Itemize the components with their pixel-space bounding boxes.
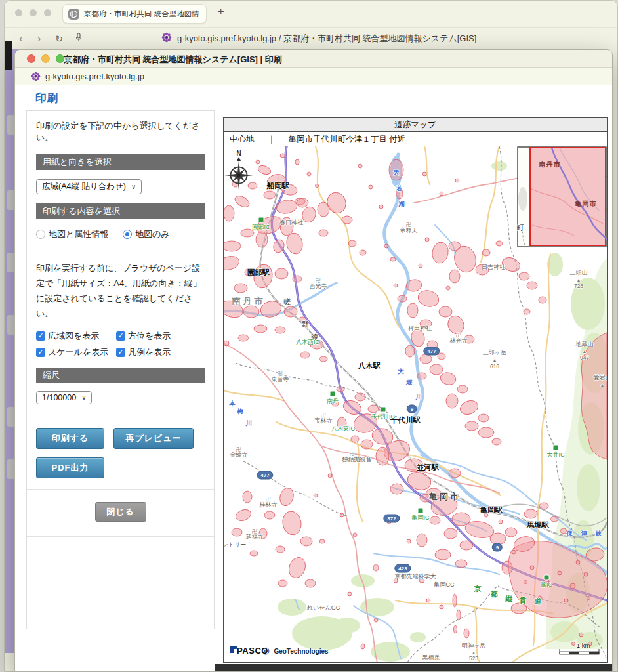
- map-label: 423: [394, 564, 411, 573]
- center-label: 中心地: [230, 132, 255, 146]
- map-label: [544, 575, 550, 581]
- map-label: 湖: [398, 200, 405, 209]
- map-label: 道: [535, 597, 542, 606]
- checkbox-legend[interactable]: 凡例を表示: [116, 346, 205, 358]
- map-label: [258, 217, 264, 223]
- map-label: 616: [490, 363, 499, 369]
- browser-tab[interactable]: 京都府・市町村共同 統合型地図情: [62, 4, 207, 24]
- map-label: GeoTechnologies: [274, 648, 328, 655]
- map-label: 372: [383, 514, 400, 523]
- site-favicon-flower-icon: [161, 32, 172, 45]
- map-label: 春日神社: [279, 219, 303, 227]
- instruction-text: 印刷の設定を下記の中から選択してください。: [36, 120, 205, 144]
- address-bar: ‹ › ↻ g-kyoto.gis.pref.kyoto.lg.jp / 京都府…: [5, 27, 617, 49]
- map-label: きとカントリー: [224, 541, 246, 549]
- map-label: 三頭山: [570, 268, 588, 277]
- map-label: 大井IC: [547, 451, 565, 459]
- map-label: 9: [492, 543, 503, 552]
- map-label: 船岡駅: [267, 181, 290, 191]
- print-button[interactable]: 印刷する: [36, 428, 104, 449]
- back-icon[interactable]: ‹: [19, 33, 23, 44]
- map-label: [330, 391, 336, 397]
- popup-window-title: 京都府・市町村共同 統合型地図情報システム[GIS] | 印刷: [64, 54, 282, 66]
- map-label: ▲: [577, 278, 581, 282]
- map-title-bar: 遺跡マップ: [224, 118, 607, 132]
- checkbox-wide-area-map[interactable]: 広域図を表示: [36, 330, 116, 342]
- globe-icon: [68, 9, 79, 20]
- map-center-bar: 中心地 ｜ 亀岡市千代川町今津１丁目 付近: [224, 132, 607, 146]
- map-label: 亀岡駅: [480, 505, 503, 515]
- close-button[interactable]: 閉じる: [95, 502, 146, 522]
- map-label: 卍: [266, 495, 271, 503]
- inactive-minimize-icon[interactable]: [30, 9, 37, 16]
- pdf-output-button[interactable]: PDF出力: [36, 457, 104, 478]
- map-label: 八木駅: [358, 361, 381, 371]
- radio-map-and-attributes[interactable]: 地図と属性情報: [36, 228, 108, 240]
- print-dialog-window: 京都府・市町村共同 統合型地図情報システム[GIS] | 印刷 g-kyoto.…: [14, 49, 613, 672]
- options-section: 印刷を実行する前に、ブラウザのページ設定で「用紙サイズ：A4、用紙の向き：縦」に…: [27, 251, 214, 415]
- map-label: 京: [474, 584, 482, 594]
- map-label: 卍: [350, 450, 355, 457]
- checkbox-compass[interactable]: 方位を表示: [116, 330, 205, 342]
- popup-url-bar: g-kyoto.gis.pref.kyoto.lg.jp: [15, 68, 612, 85]
- checkbox-label: 方位を表示: [128, 330, 171, 342]
- close-window-icon[interactable]: [27, 54, 35, 63]
- map-label: 明神ヶ岳: [462, 642, 485, 650]
- map-label: 卍: [236, 446, 241, 453]
- map-label: 1 km: [577, 642, 590, 649]
- map-label: 梅: [237, 408, 243, 416]
- paper-section: 印刷の設定を下記の中から選択してください。 用紙と向きを選択 広域(A4縦 貼り…: [27, 111, 214, 251]
- map-label: [381, 407, 386, 413]
- map-label: 728: [574, 283, 583, 289]
- page-title: 印刷: [35, 91, 58, 106]
- paper-select[interactable]: 広域(A4縦 貼り合わせ): [36, 179, 142, 194]
- map-label: 馬堀駅: [527, 520, 550, 530]
- microphone-icon[interactable]: [75, 33, 83, 45]
- map-label: 亀岡市: [575, 200, 597, 209]
- map-label: 野: [302, 320, 309, 329]
- map-canvas: 船岡駅園部駅八木駅千代川駅並河駅亀岡駅馬堀駅南丹市亀岡市春日神社帝釋天日吉神社西…: [224, 146, 607, 662]
- map-label: 千代川IC: [371, 413, 395, 421]
- popup-url[interactable]: g-kyoto.gis.pref.kyoto.lg.jp: [45, 72, 144, 81]
- map-label: 卍: [252, 528, 257, 535]
- address-url[interactable]: g-kyoto.gis.pref.kyoto.lg.jp / 京都府・市町村共同…: [177, 33, 476, 45]
- map-label: 卍: [316, 277, 321, 284]
- map-label: 縦: [506, 594, 513, 604]
- scale-select[interactable]: 1/100000: [36, 391, 92, 404]
- map-label: 嵯: [284, 297, 291, 306]
- reload-icon[interactable]: ↻: [55, 34, 63, 43]
- radio-map-only[interactable]: 地図のみ: [123, 228, 170, 240]
- map-label: 卍: [321, 411, 326, 419]
- map-label: 保 津 峡: [567, 530, 606, 538]
- map-label: 947: [580, 354, 589, 361]
- action-buttons-section: 印刷する 再プレビュー PDF出力: [27, 415, 214, 490]
- inactive-zoom-icon[interactable]: [44, 9, 51, 16]
- scale-header: 縮尺: [36, 368, 205, 383]
- popup-titlebar: 京都府・市町村共同 統合型地図情報システム[GIS] | 印刷: [15, 50, 612, 68]
- map-label: 亀岡市: [429, 491, 461, 503]
- map-label: 477: [423, 347, 440, 356]
- map-label: 並河駅: [417, 463, 440, 472]
- map-label: [553, 445, 559, 451]
- center-separator: ｜: [268, 132, 276, 146]
- map-label: 卍: [278, 370, 283, 377]
- minimize-window-icon[interactable]: [41, 54, 50, 63]
- map-label: 本: [229, 400, 236, 408]
- checkbox-scale[interactable]: スケールを表示: [36, 346, 116, 358]
- repreview-button[interactable]: 再プレビュー: [113, 428, 194, 449]
- map-label: 川: [415, 393, 422, 402]
- map-label: 八木西IC: [296, 338, 319, 346]
- map-label: 町: [517, 223, 524, 233]
- display-option-checkboxes: 広域図を表示 方位を表示 スケールを表示 凡例を表示: [36, 330, 205, 358]
- map-label: 八木東IC: [331, 425, 355, 433]
- map-preview: 遺跡マップ 中心地 ｜ 亀岡市千代川町今津１丁目 付近: [223, 117, 608, 663]
- browser-setting-note: 印刷を実行する前に、ブラウザのページ設定で「用紙サイズ：A4、用紙の向き：縦」に…: [36, 261, 205, 322]
- map-label: 大: [398, 368, 404, 376]
- map-label: 独鈷抛観音: [342, 455, 372, 464]
- map-label: ▲: [583, 349, 587, 354]
- map-label: ▲: [600, 383, 605, 387]
- new-tab-button[interactable]: +: [217, 5, 224, 19]
- forward-icon[interactable]: ›: [37, 33, 41, 44]
- inactive-close-icon[interactable]: [15, 9, 22, 16]
- paper-orientation-header: 用紙と向きを選択: [36, 154, 205, 170]
